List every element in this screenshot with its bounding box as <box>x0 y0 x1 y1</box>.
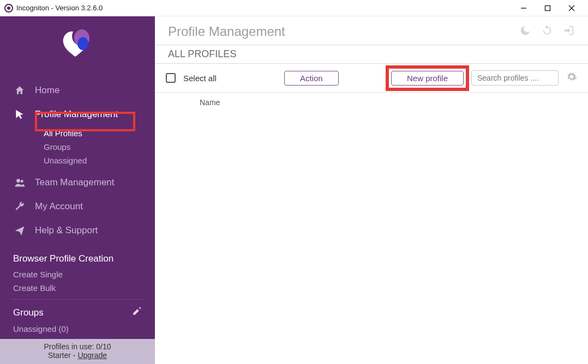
svg-rect-1 <box>545 5 550 10</box>
cursor-icon <box>13 109 26 120</box>
home-icon <box>13 85 26 96</box>
select-all-checkbox[interactable] <box>166 73 176 83</box>
team-icon <box>13 177 26 188</box>
nav-home[interactable]: Home <box>0 78 155 102</box>
main-header: Profile Management <box>155 16 588 45</box>
svg-point-5 <box>77 37 88 50</box>
sidebar: Home Profile Management All Profiles Gro… <box>0 16 155 364</box>
column-name: Name <box>200 98 220 107</box>
gear-icon[interactable] <box>566 71 577 84</box>
divider <box>11 299 144 300</box>
sub-groups[interactable]: Groups <box>44 140 155 154</box>
group-unassigned[interactable]: Unassigned (0) <box>0 322 155 336</box>
logo <box>0 16 155 75</box>
action-button[interactable]: Action <box>284 71 339 86</box>
nav-label: Help & Support <box>35 225 98 236</box>
window-title: Incogniton - Version 3.2.6.0 <box>16 4 103 12</box>
nav-help-support[interactable]: Help & Support <box>0 219 155 242</box>
table-header: Name <box>155 93 588 112</box>
moon-icon[interactable] <box>519 25 531 39</box>
new-profile-button[interactable]: New profile <box>391 71 464 86</box>
footer-plan-prefix: Starter - <box>48 351 77 360</box>
footer-profiles-prefix: Profiles in use: <box>44 342 97 351</box>
wrench-icon <box>13 201 26 212</box>
upgrade-link[interactable]: Upgrade <box>77 351 107 360</box>
footer-profiles-value: 0/10 <box>96 342 111 351</box>
creation-header: Browser Profile Creation <box>0 246 155 268</box>
sub-header: ALL PROFILES <box>155 45 588 64</box>
edit-icon[interactable] <box>132 306 142 319</box>
titlebar: Incogniton - Version 3.2.6.0 <box>0 0 588 16</box>
nav-profile-management[interactable]: Profile Management <box>0 102 155 126</box>
groups-header: Groups <box>0 304 155 322</box>
main: Profile Management ALL PROFILES Select a… <box>155 16 588 364</box>
toolbar: Select all Action New profile <box>155 64 588 93</box>
refresh-icon[interactable] <box>541 25 553 39</box>
logout-icon[interactable] <box>563 25 575 39</box>
minimize-button[interactable] <box>512 1 536 16</box>
nav-label: Team Management <box>35 177 115 188</box>
sub-unassigned[interactable]: Unassigned <box>44 154 155 167</box>
page-title: Profile Management <box>168 24 519 39</box>
select-all-label: Select all <box>183 74 217 83</box>
app-icon <box>4 4 13 13</box>
sub-header-title: ALL PROFILES <box>168 48 575 60</box>
profile-subnav: All Profiles Groups Unassigned <box>0 126 155 171</box>
sub-all-profiles[interactable]: All Profiles <box>44 126 155 140</box>
nav: Home Profile Management All Profiles Gro… <box>0 75 155 246</box>
svg-point-6 <box>16 179 20 183</box>
create-single-link[interactable]: Create Single <box>0 268 155 281</box>
sidebar-footer: Profiles in use: 0/10 Starter - Upgrade <box>0 339 155 364</box>
nav-label: Profile Management <box>35 109 118 120</box>
create-bulk-link[interactable]: Create Bulk <box>0 281 155 295</box>
search-input[interactable] <box>471 70 559 86</box>
nav-label: My Account <box>35 201 83 212</box>
send-icon <box>13 225 26 236</box>
close-button[interactable] <box>560 1 584 16</box>
maximize-button[interactable] <box>536 1 560 16</box>
nav-label: Home <box>35 85 59 96</box>
nav-team-management[interactable]: Team Management <box>0 171 155 195</box>
svg-point-7 <box>21 180 23 183</box>
nav-my-account[interactable]: My Account <box>0 195 155 219</box>
